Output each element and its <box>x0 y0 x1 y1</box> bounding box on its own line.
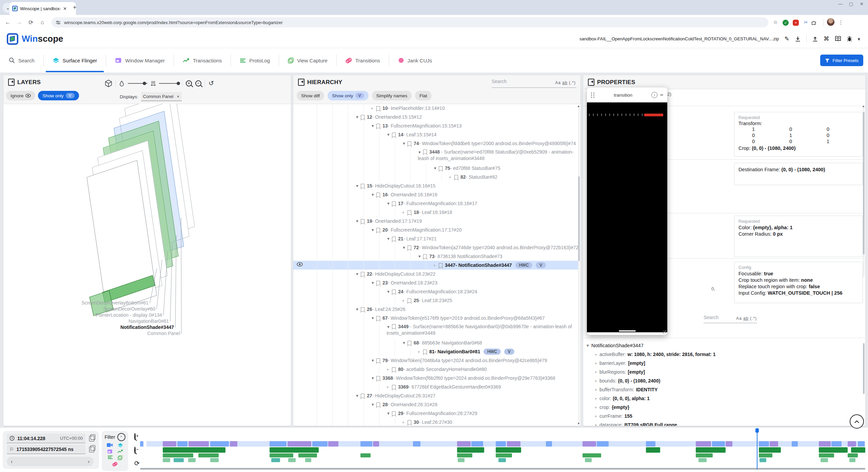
scroll-up-icon[interactable]: ▲ <box>577 104 580 108</box>
tree-node-72[interactable]: ▼72 - WindowToken{a2746de type=2040 andr… <box>293 243 578 252</box>
filter-presets-button[interactable]: Filter Presets <box>820 55 863 66</box>
tree-node-28[interactable]: ▼28 - OneHanded:26:31#28 <box>293 400 578 409</box>
resize-handle[interactable] <box>663 330 667 334</box>
tab-surface-flinger[interactable]: Surface Flinger <box>44 53 106 68</box>
expand-arrow-icon[interactable]: ▼ <box>387 201 392 205</box>
expand-arrow-icon[interactable]: ▼ <box>371 193 376 197</box>
tab-close-icon[interactable]: ✕ <box>63 6 67 11</box>
hierarchy-scrollbar-thumb[interactable] <box>578 176 580 261</box>
forward-icon[interactable]: → <box>14 19 25 26</box>
property-row[interactable]: ●activeBuffer:w: 1080, h: 2400, stride: … <box>586 350 862 359</box>
tree-node-73[interactable]: ▼73 - 8736138 NotificationShade#73 <box>293 252 578 261</box>
layer-label[interactable]: ScreenDecorOverlay#60 <box>103 306 156 312</box>
tree-node-75[interactable]: ▼75 - ed70f88 StatusBar#75 <box>293 164 578 173</box>
home-icon[interactable]: ⌂ <box>37 19 48 26</box>
tree-node-10[interactable]: ●10 - ImePlaceholder:13:14#10 <box>293 104 578 113</box>
window-maximize-button[interactable]: ▢ <box>849 1 853 6</box>
expand-arrow-icon[interactable]: ▼ <box>387 411 392 415</box>
spacing-slider[interactable] <box>159 83 179 84</box>
tree-node-68[interactable]: ▼68 - 885b63e NavigationBar0#68 <box>293 338 578 347</box>
scroll-up-icon[interactable]: ▲ <box>862 104 865 108</box>
tree-node-18[interactable]: ●18 - Leaf:16:16#18 <box>293 208 578 217</box>
expand-arrow-icon[interactable]: ▼ <box>355 219 361 223</box>
tree-node-25[interactable]: ●25 - Leaf:18:23#25 <box>293 296 578 305</box>
address-bar[interactable]: winscope.teams.x20web.corp.google.com/pr… <box>52 17 768 27</box>
collapse-panel-icon[interactable] <box>8 79 15 86</box>
match-case-icon[interactable]: Aa <box>555 80 561 85</box>
tree-node-79[interactable]: ▼79 - WindowToken{7046b4a type=2024 andr… <box>293 356 578 365</box>
expand-timeline-button[interactable] <box>850 414 864 429</box>
tree-node-21[interactable]: ▼21 - Leaf:17:17#21 <box>293 234 578 243</box>
back-icon[interactable]: ← <box>2 19 14 26</box>
rotation-slider[interactable] <box>128 83 147 84</box>
property-row[interactable]: ●currFrame:155 <box>586 412 862 420</box>
layer-label[interactable]: NotificationShade#3447 <box>120 324 174 330</box>
property-tree-root[interactable]: ▼NotificationShade#3447 <box>586 341 862 350</box>
timeline-cursor[interactable] <box>757 430 757 469</box>
tree-node-22[interactable]: ▼22 - HideDisplayCutout:18:23#22 <box>293 270 578 278</box>
scroll-down-icon[interactable]: ▼ <box>577 422 580 425</box>
match-case-icon[interactable]: Aa <box>736 316 742 321</box>
window-close-button[interactable]: ✕ <box>860 1 864 6</box>
profile-avatar[interactable] <box>826 18 836 27</box>
tree-node-13[interactable]: ▼13 - FullscreenMagnification:15:15#13 <box>293 121 578 130</box>
layer-label[interactable]: ScreenDecorOverlayBottom#61 <box>81 300 149 306</box>
collapse-panel-icon[interactable] <box>298 79 304 86</box>
documentation-book-icon[interactable] <box>835 36 841 42</box>
tab-transitions[interactable]: Transitions <box>337 53 389 68</box>
cube-3d-icon[interactable] <box>105 80 112 87</box>
hierarchy-scrollbar[interactable] <box>578 108 580 422</box>
tree-node-3369[interactable]: ●3369 - 67726bf EdgeBackGestureHandler0#… <box>293 382 578 391</box>
new-tab-button[interactable]: + <box>73 4 77 11</box>
tree-node-12[interactable]: ▼12 - OneHanded:15:15#12 <box>293 113 578 121</box>
layer-label[interactable]: NavigationBar0#81 <box>129 318 169 324</box>
shortcuts-icon[interactable]: ⌘ <box>824 35 829 42</box>
search-match-options[interactable]: Aa ab (.*) <box>736 316 757 321</box>
expand-arrow-icon[interactable]: ▼ <box>355 394 361 398</box>
collapse-panel-icon[interactable] <box>588 79 594 86</box>
property-row[interactable]: ●crop:{empty} <box>586 403 862 412</box>
expand-arrow-icon[interactable]: ▼ <box>402 245 408 250</box>
regex-icon[interactable]: (.*) <box>750 316 757 321</box>
property-row[interactable]: ●bufferTransform:IDENTITY <box>586 385 862 394</box>
show-only-visible-chip[interactable]: Show only V <box>38 91 79 100</box>
reload-icon[interactable]: ⟳ <box>25 19 37 26</box>
match-word-icon[interactable]: ab <box>562 80 567 85</box>
show-only-visible-chip[interactable]: Show only V <box>328 91 368 100</box>
tree-node-15[interactable]: ▼15 - HideDisplayCutout:16:16#15 <box>293 181 578 190</box>
expand-arrow-icon[interactable]: ▼ <box>418 254 423 258</box>
properties-bottom-scrollbar-thumb[interactable] <box>863 343 865 394</box>
property-row[interactable]: ●blurRegions:[empty] <box>586 368 862 376</box>
properties-search-input[interactable]: Search Aa ab (.*) <box>704 315 757 323</box>
upload-icon[interactable] <box>812 36 818 42</box>
tab-transactions[interactable]: Transactions <box>174 53 231 68</box>
expand-arrow-icon[interactable]: ▼ <box>371 358 376 362</box>
expand-arrow-icon[interactable]: ▼ <box>402 341 408 345</box>
simplify-names-chip[interactable]: Simplify names <box>372 91 412 100</box>
dialog-title-bar[interactable]: transition i – <box>587 87 667 102</box>
tree-node-14[interactable]: ▼14 - Leaf:15:15#14 <box>293 130 578 139</box>
expand-arrow-icon[interactable]: ▼ <box>387 133 392 137</box>
extension-scissors-icon[interactable]: ✂ <box>801 19 811 25</box>
tree-node-3447[interactable]: ●3447 - NotificationShade#3447HWCV <box>293 261 578 270</box>
visibility-eye-icon[interactable] <box>297 262 303 267</box>
layer-label[interactable]: Common Panel <box>147 331 180 336</box>
property-row[interactable]: ●bounds:(0, 0) - (1080, 2400) <box>586 376 862 385</box>
browser-menu-icon[interactable]: ⋮ <box>836 19 846 25</box>
tree-node-17[interactable]: ▼17 - FullscreenMagnification:16:16#17 <box>293 199 578 208</box>
timeline-tracks[interactable] <box>0 428 868 472</box>
property-row[interactable]: ●barrierLayer:[empty] <box>586 359 862 368</box>
layers-3d-view[interactable]: ScreenDecorOverlayBottom#61ScreenDecorOv… <box>3 104 291 426</box>
extension-status-icon[interactable]: ✓ <box>781 19 791 26</box>
ignore-rect-chip[interactable]: Ignore <box>6 91 35 100</box>
window-minimize-button[interactable]: — <box>838 1 843 6</box>
expand-arrow-icon[interactable]: ▼ <box>402 141 408 145</box>
tree-node-29[interactable]: ▼29 - FullscreenMagnification:26:27#29 <box>293 409 578 418</box>
browser-tab[interactable]: Winscope | sandbox-FAI ✕ <box>9 2 76 15</box>
tab-search[interactable]: Search <box>0 53 43 68</box>
tree-node-27[interactable]: ▼27 - HideDisplayCutout:26:31#27 <box>293 391 578 400</box>
site-settings-icon[interactable] <box>56 20 61 25</box>
tree-node-24[interactable]: ▼24 - FullscreenMagnification:18:23#24 <box>293 287 578 296</box>
bookmark-star-icon[interactable]: ☆ <box>770 19 781 25</box>
tree-node-20[interactable]: ▼20 - FullscreenMagnification:17:17#20 <box>293 225 578 234</box>
